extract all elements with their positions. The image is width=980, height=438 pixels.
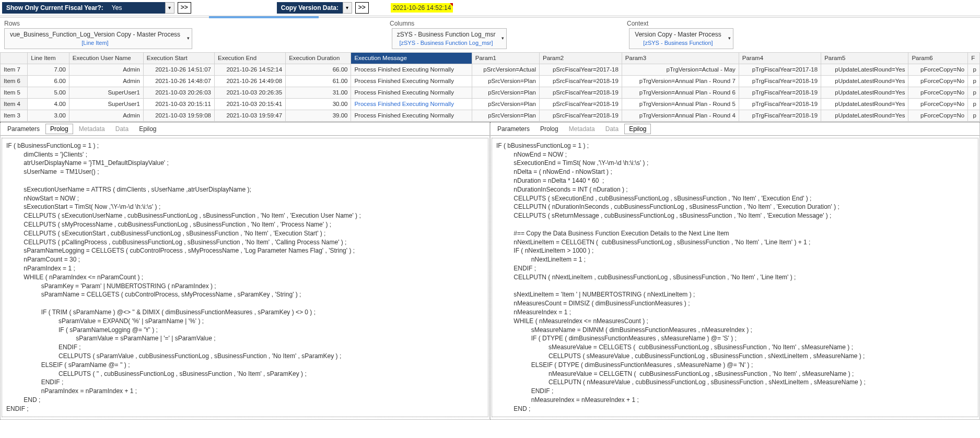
table-row[interactable]: Item 33.00Admin2021-10-03 19:59:082021-1…: [1, 110, 980, 121]
row-header[interactable]: Item 6: [1, 75, 28, 87]
cell-p6[interactable]: pForceCopy=No: [908, 110, 968, 121]
epilog-code[interactable]: IF ( bBusinessFunctionLog = 1 ) ; nNowEn…: [492, 138, 978, 417]
cell-duration[interactable]: 31.00: [286, 87, 351, 98]
fiscal-year-go-button[interactable]: >>: [178, 2, 191, 14]
cell-user[interactable]: Admin: [69, 75, 143, 87]
cell-user[interactable]: SuperUser1: [69, 98, 143, 110]
data-grid[interactable]: Line Item Execution User Name Execution …: [0, 52, 980, 122]
cell-duration[interactable]: 30.00: [286, 98, 351, 110]
copy-version-filter[interactable]: Copy Version Data: ▾: [277, 2, 352, 14]
row-header[interactable]: Item 3: [1, 110, 28, 121]
col-param5[interactable]: Param5: [821, 52, 908, 64]
cell-p7[interactable]: p: [968, 98, 980, 110]
col-param6[interactable]: Param6: [908, 52, 968, 64]
tab-parameters[interactable]: Parameters: [3, 124, 44, 134]
cell-p6[interactable]: pForceCopy=No: [908, 64, 968, 75]
col-duration[interactable]: Execution Duration: [286, 52, 351, 64]
cell-line[interactable]: 4.00: [28, 98, 69, 110]
cell-p5[interactable]: pUpdateLatestRound=Yes: [821, 87, 908, 98]
cell-p1[interactable]: pSrcVersion=Plan: [472, 75, 539, 87]
cell-p6[interactable]: pForceCopy=No: [908, 75, 968, 87]
cell-user[interactable]: SuperUser1: [69, 87, 143, 98]
cell-p1[interactable]: pSrcVersion=Plan: [472, 98, 539, 110]
col-message[interactable]: Execution Message: [351, 52, 472, 64]
cell-p4[interactable]: pTrgFiscalYear=2017-18: [739, 64, 821, 75]
cell-end[interactable]: 2021-10-26 14:49:08: [214, 75, 285, 87]
table-row[interactable]: Item 55.00SuperUser12021-10-03 20:26:032…: [1, 87, 980, 98]
cell-duration[interactable]: 39.00: [286, 110, 351, 121]
cell-p2[interactable]: pSrcFiscalYear=2018-19: [539, 98, 622, 110]
cell-p1[interactable]: pSrcVersion=Plan: [472, 87, 539, 98]
cell-end[interactable]: 2021-10-03 20:15:41: [214, 98, 285, 110]
cell-p4[interactable]: pTrgFiscalYear=2018-19: [739, 75, 821, 87]
cell-line[interactable]: 5.00: [28, 87, 69, 98]
chevron-down-icon[interactable]: ▾: [343, 2, 352, 14]
cell-start[interactable]: 2021-10-26 14:48:07: [143, 75, 214, 87]
cell-line[interactable]: 7.00: [28, 64, 69, 75]
col-param1[interactable]: Param1: [472, 52, 539, 64]
cell-p5[interactable]: pUpdateLatestRound=Yes: [821, 64, 908, 75]
col-param2[interactable]: Param2: [539, 52, 622, 64]
col-param4[interactable]: Param4: [739, 52, 821, 64]
tab-metadata[interactable]: Metadata: [74, 124, 110, 134]
cell-p4[interactable]: pTrgFiscalYear=2018-19: [739, 110, 821, 121]
tab-prolog[interactable]: Prolog: [535, 124, 563, 134]
cell-p2[interactable]: pSrcFiscalYear=2018-19: [539, 75, 622, 87]
cell-p2[interactable]: pSrcFiscalYear=2018-19: [539, 110, 622, 121]
cell-line[interactable]: 6.00: [28, 75, 69, 87]
col-user[interactable]: Execution User Name: [69, 52, 143, 64]
row-header[interactable]: Item 4: [1, 98, 28, 110]
cell-p6[interactable]: pForceCopy=No: [908, 87, 968, 98]
cell-start[interactable]: 2021-10-03 19:59:08: [143, 110, 214, 121]
cell-end[interactable]: 2021-10-03 19:59:47: [214, 110, 285, 121]
cell-p5[interactable]: pUpdateLatestRound=Yes: [821, 110, 908, 121]
cell-end[interactable]: 2021-10-03 20:26:35: [214, 87, 285, 98]
tab-metadata[interactable]: Metadata: [564, 124, 600, 134]
cell-p3[interactable]: pTrgVersion=Annual Plan - Round 6: [622, 87, 739, 98]
copy-version-go-button[interactable]: >>: [355, 2, 369, 14]
table-row[interactable]: Item 77.00Admin2021-10-26 14:51:072021-1…: [1, 64, 980, 75]
col-param7[interactable]: F: [968, 52, 980, 64]
cell-start[interactable]: 2021-10-26 14:51:07: [143, 64, 214, 75]
cell-message[interactable]: Process Finished Executing Normally: [351, 87, 472, 98]
cell-p5[interactable]: pUpdateLatestRound=Yes: [821, 75, 908, 87]
cell-duration[interactable]: 61.00: [286, 75, 351, 87]
row-header[interactable]: Item 7: [1, 64, 28, 75]
prolog-code[interactable]: IF ( bBusinessFunctionLog = 1 ) ; dimCli…: [2, 138, 488, 417]
cell-p2[interactable]: pSrcFiscalYear=2018-19: [539, 87, 622, 98]
cell-p5[interactable]: pUpdateLatestRound=Yes: [821, 98, 908, 110]
cell-message[interactable]: Process Finished Executing Normally: [351, 75, 472, 87]
cell-end[interactable]: 2021-10-26 14:52:14: [214, 64, 285, 75]
cell-p7[interactable]: p: [968, 110, 980, 121]
cell-start[interactable]: 2021-10-03 20:26:03: [143, 87, 214, 98]
cell-line[interactable]: 3.00: [28, 110, 69, 121]
cell-start[interactable]: 2021-10-03 20:15:11: [143, 98, 214, 110]
cell-p6[interactable]: pForceCopy=No: [908, 98, 968, 110]
cell-user[interactable]: Admin: [69, 110, 143, 121]
cell-p3[interactable]: pTrgVersion=Annual Plan - Round 7: [622, 75, 739, 87]
table-row[interactable]: Item 66.00Admin2021-10-26 14:48:072021-1…: [1, 75, 980, 87]
cell-p3[interactable]: pTrgVersion=Annual Plan - Round 4: [622, 110, 739, 121]
col-end[interactable]: Execution End: [214, 52, 285, 64]
cell-p2[interactable]: pSrcFiscalYear=2017-18: [539, 64, 622, 75]
chevron-down-icon[interactable]: ▾: [165, 2, 174, 14]
cell-p7[interactable]: p: [968, 75, 980, 87]
cell-p7[interactable]: p: [968, 64, 980, 75]
row-header[interactable]: Item 5: [1, 87, 28, 98]
columns-dimension-selector[interactable]: zSYS - Business Function Log_msr [zSYS -…: [392, 28, 507, 49]
col-line-item[interactable]: Line Item: [28, 52, 69, 64]
tab-epilog[interactable]: Epilog: [134, 124, 161, 134]
tab-parameters[interactable]: Parameters: [493, 124, 534, 134]
tab-data[interactable]: Data: [111, 124, 133, 134]
table-row[interactable]: Item 44.00SuperUser12021-10-03 20:15:112…: [1, 98, 980, 110]
cell-p1[interactable]: pSrcVersion=Plan: [472, 110, 539, 121]
cell-duration[interactable]: 66.00: [286, 64, 351, 75]
col-start[interactable]: Execution Start: [143, 52, 214, 64]
tab-epilog[interactable]: Epilog: [624, 124, 651, 134]
fiscal-year-filter[interactable]: Show Only Current Fiscal Year?: Yes ▾: [2, 2, 174, 14]
cell-message[interactable]: Process Finished Executing Normally: [351, 110, 472, 121]
tab-prolog[interactable]: Prolog: [45, 124, 73, 134]
context-dimension-selector[interactable]: Version Copy - Master Process [zSYS - Bu…: [629, 28, 733, 49]
cell-message[interactable]: Process Finished Executing Normally: [351, 64, 472, 75]
cell-p3[interactable]: pTrgVersion=Annual Plan - Round 5: [622, 98, 739, 110]
